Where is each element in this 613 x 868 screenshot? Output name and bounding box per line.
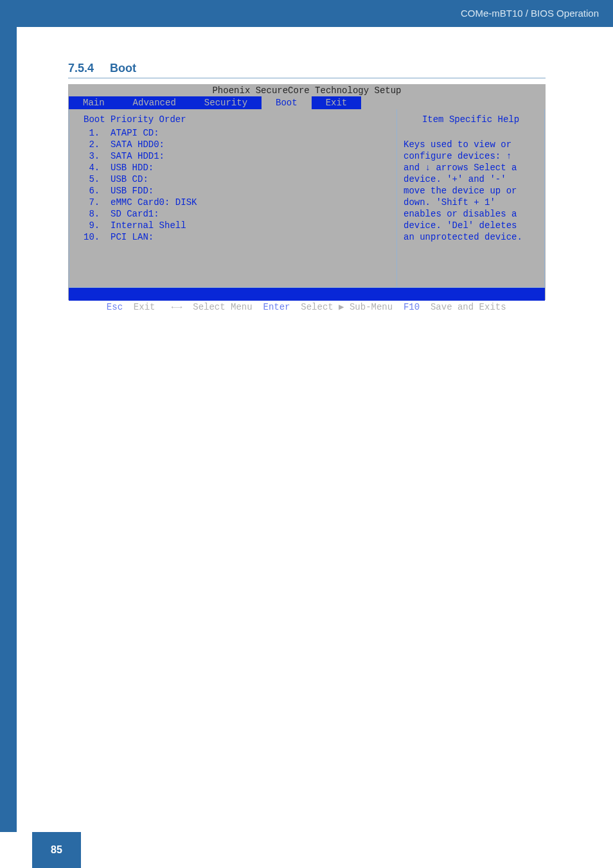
page: COMe-mBT10 / BIOS Operation 7.5.4 Boot P… <box>0 0 613 868</box>
list-item[interactable]: 8. SD Card1: <box>84 208 386 220</box>
list-item[interactable]: 3. SATA HDD1: <box>84 150 386 162</box>
footer-action-submenu: Select ▶ Sub-Menu <box>296 302 398 312</box>
boot-priority-pane: Boot Priority Order 1. ATAPI CD: 2. SATA… <box>69 109 397 288</box>
help-line: enables or disables a <box>404 208 538 220</box>
boot-priority-header: Boot Priority Order <box>84 114 386 125</box>
bios-screenshot: Phoenix SecureCore Technology Setup Main… <box>68 84 546 300</box>
help-line: Keys used to view or <box>404 139 538 150</box>
list-item[interactable]: 4. USB HDD: <box>84 162 386 173</box>
header-bar: COMe-mBT10 / BIOS Operation <box>0 0 613 27</box>
help-line: configure devices: ↑ <box>404 150 538 162</box>
help-line: device. '+' and '-' <box>404 173 538 185</box>
tab-exit[interactable]: Exit <box>312 96 362 109</box>
help-line: and ↓ arrows Select a <box>404 162 538 173</box>
footer-action-exit: Exit ←→ <box>128 302 187 312</box>
section-number: 7.5.4 <box>68 62 94 75</box>
tab-advanced[interactable]: Advanced <box>119 96 190 109</box>
footer-action-save: Save and Exits <box>425 302 511 312</box>
list-item[interactable]: 6. USB FDD: <box>84 185 386 197</box>
list-item[interactable]: 5. USB CD: <box>84 173 386 185</box>
list-item[interactable]: 7. eMMC Card0: DISK <box>84 197 386 208</box>
help-line: an unprotected device. <box>404 231 538 243</box>
tab-main[interactable]: Main <box>69 96 119 109</box>
bios-tabs: Main Advanced Security Boot Exit <box>69 96 545 109</box>
side-accent <box>0 27 17 832</box>
bios-title: Phoenix SecureCore Technology Setup <box>69 85 545 96</box>
list-item[interactable]: 9. Internal Shell <box>84 220 386 231</box>
help-line: device. 'Del' deletes <box>404 220 538 231</box>
footer-key-f10: F10 <box>398 302 425 312</box>
section-title: Boot <box>110 62 136 75</box>
tab-security[interactable]: Security <box>190 96 262 109</box>
list-item[interactable]: 10. PCI LAN: <box>84 231 386 243</box>
footer-key-enter: Enter <box>258 302 296 312</box>
list-item[interactable]: 1. ATAPI CD: <box>84 127 386 139</box>
tab-boot[interactable]: Boot <box>262 96 312 109</box>
section-underline <box>68 78 546 78</box>
help-title: Item Specific Help <box>404 114 538 125</box>
help-line: down. 'Shift + 1' <box>404 197 538 208</box>
help-line: move the device up or <box>404 185 538 197</box>
page-number-badge: 85 <box>32 832 81 868</box>
breadcrumb: COMe-mBT10 / BIOS Operation <box>461 8 599 19</box>
bios-body: Boot Priority Order 1. ATAPI CD: 2. SATA… <box>69 109 545 288</box>
footer-action-selectmenu: Select Menu <box>188 302 258 312</box>
section-heading: 7.5.4 Boot <box>68 62 136 75</box>
footer-key-esc: Esc <box>101 302 128 312</box>
bios-footer: Esc Exit ←→ Select Menu Enter Select ▶ S… <box>69 288 545 301</box>
help-body: Keys used to view or configure devices: … <box>404 139 538 243</box>
list-item[interactable]: 2. SATA HDD0: <box>84 139 386 150</box>
help-pane: Item Specific Help Keys used to view or … <box>397 109 545 288</box>
page-number: 85 <box>51 844 62 856</box>
